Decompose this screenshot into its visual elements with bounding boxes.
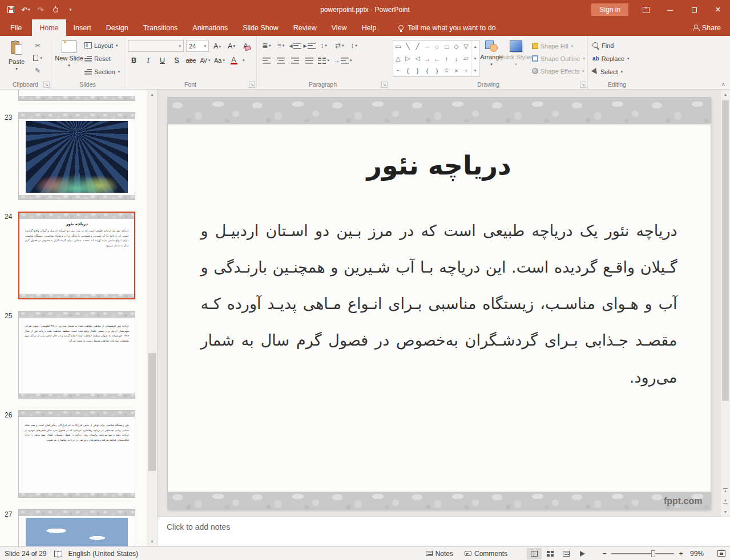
columns-button[interactable]: ▾ bbox=[317, 55, 330, 66]
align-right-button[interactable] bbox=[289, 55, 301, 66]
decrease-font-size-button[interactable]: A▾ bbox=[225, 40, 237, 52]
character-spacing-button[interactable]: AV▾ bbox=[199, 55, 211, 66]
shape-icon[interactable]: ( bbox=[422, 64, 432, 76]
underline-button[interactable]: U bbox=[156, 55, 168, 66]
close-button[interactable]: × bbox=[706, 0, 730, 19]
bullets-button[interactable]: ≣▾ bbox=[260, 40, 273, 51]
slide-scrollbar[interactable]: ▴ ▴ ▾ ▾ bbox=[720, 90, 730, 517]
zoom-slider[interactable] bbox=[611, 549, 674, 558]
tab-home[interactable]: Home bbox=[32, 19, 66, 36]
slide-thumbnail-24[interactable]: 24 دریاچه نئور دریاچه نئور یک دریاچه طبی… bbox=[0, 212, 147, 299]
font-dialog-launcher[interactable]: ↘ bbox=[249, 82, 255, 88]
line-spacing-button[interactable]: ↕▾ bbox=[317, 40, 330, 51]
shape-icon[interactable]: ─ bbox=[422, 40, 432, 52]
slide-thumbnail-22-partial[interactable] bbox=[0, 90, 147, 101]
shapes-scroll-up[interactable]: ▴ bbox=[471, 40, 479, 52]
select-button[interactable]: Select▾ bbox=[592, 66, 630, 78]
text-direction-button[interactable]: ⇄▾ bbox=[333, 40, 346, 51]
shape-icon[interactable]: ~ bbox=[393, 64, 403, 76]
text-shadow-button[interactable]: S bbox=[171, 55, 183, 66]
tab-animations[interactable]: Animations bbox=[185, 19, 235, 36]
shape-icon[interactable]: ← bbox=[432, 52, 442, 64]
drawing-dialog-launcher[interactable]: ↘ bbox=[580, 82, 586, 88]
shape-icon[interactable]: { bbox=[403, 64, 413, 76]
slide-sorter-view-button[interactable] bbox=[543, 548, 558, 559]
shape-outline-button[interactable]: Shape Outline▾ bbox=[532, 52, 585, 64]
tell-me-box[interactable]: Tell me what you want to do bbox=[398, 19, 495, 36]
convert-to-smartart-button[interactable]: →▾ bbox=[333, 55, 352, 66]
numbering-button[interactable]: ≡▾ bbox=[275, 40, 287, 51]
new-slide-button[interactable]: New Slide ▾ bbox=[55, 38, 83, 79]
thumb-scroll-down-arrow[interactable]: ▾ bbox=[147, 537, 157, 546]
minimize-button[interactable]: ─ bbox=[658, 0, 682, 19]
slide-scroll-track[interactable] bbox=[721, 99, 730, 484]
tab-help[interactable]: Help bbox=[354, 19, 384, 36]
shape-icon[interactable]: ▷ bbox=[403, 52, 413, 64]
thumb-scroll-up-arrow[interactable]: ▴ bbox=[147, 90, 157, 99]
tab-slide-show[interactable]: Slide Show bbox=[235, 19, 286, 36]
clipboard-dialog-launcher[interactable]: ↘ bbox=[43, 82, 50, 88]
shape-icon[interactable]: ▭ bbox=[393, 40, 403, 52]
justify-button[interactable] bbox=[303, 55, 316, 66]
align-center-button[interactable] bbox=[275, 55, 287, 66]
zoom-slider-thumb[interactable] bbox=[651, 550, 655, 557]
slide-thumbnail-25[interactable]: 25 دریاچه نئور کوهستانی از مناطق حفاظت ش… bbox=[0, 311, 147, 399]
slide-scroll-up-arrow[interactable]: ▴ bbox=[721, 90, 730, 99]
shape-icon[interactable]: ◁ bbox=[413, 52, 422, 64]
slide-indicator[interactable]: Slide 24 of 29 bbox=[5, 550, 46, 558]
zoom-level[interactable]: 99% bbox=[690, 550, 711, 558]
shape-icon[interactable]: △ bbox=[393, 52, 403, 64]
tab-file[interactable]: File bbox=[0, 19, 32, 36]
copy-button[interactable]: ▾ bbox=[31, 52, 45, 64]
reset-button[interactable]: Reset bbox=[84, 52, 120, 64]
current-slide[interactable]: دریاچه نئور دریاچه نئور یک دریاچه طبیعی … bbox=[168, 98, 711, 509]
tab-design[interactable]: Design bbox=[99, 19, 136, 36]
slide-title[interactable]: دریاچه نئور bbox=[168, 150, 711, 181]
tab-insert[interactable]: Insert bbox=[66, 19, 99, 36]
shapes-more-button[interactable]: ▾ bbox=[471, 64, 479, 76]
clear-formatting-button[interactable]: A bbox=[240, 40, 252, 52]
cut-button[interactable]: ✂ bbox=[31, 39, 45, 51]
shapes-scroll-down[interactable]: ▾ bbox=[471, 52, 479, 64]
slide-body-text[interactable]: دریاچه نئور یک دریاچه طبیعی است که در مر… bbox=[201, 213, 677, 396]
shape-icon[interactable]: ☆ bbox=[442, 64, 451, 76]
tab-review[interactable]: Review bbox=[286, 19, 324, 36]
language-indicator[interactable]: English (United States) bbox=[68, 550, 138, 558]
format-painter-button[interactable]: ✎ bbox=[31, 64, 45, 76]
shape-icon[interactable]: ↓ bbox=[451, 52, 461, 64]
comments-toggle-button[interactable]: Comments bbox=[465, 550, 507, 558]
slideshow-view-button[interactable] bbox=[575, 548, 590, 559]
tab-view[interactable]: View bbox=[324, 19, 354, 36]
ribbon-display-options-button[interactable]: ⌃ bbox=[634, 0, 658, 19]
layout-button[interactable]: Layout▾ bbox=[84, 39, 120, 51]
align-text-button[interactable]: ↕▾ bbox=[348, 40, 360, 51]
shape-icon[interactable]: ◇ bbox=[451, 40, 461, 52]
previous-slide-button[interactable]: ▴ bbox=[721, 484, 730, 496]
italic-button[interactable]: I bbox=[142, 55, 154, 66]
shape-icon[interactable]: → bbox=[422, 52, 432, 64]
collapse-ribbon-button[interactable]: ∧ bbox=[721, 81, 725, 87]
slide-thumbnail-27[interactable]: 27 bbox=[0, 509, 147, 546]
shape-icon[interactable]: } bbox=[413, 64, 422, 76]
font-size-combobox[interactable]: 24▾ bbox=[186, 40, 209, 52]
shape-icon[interactable]: × bbox=[451, 64, 461, 76]
slide-thumbnail-26[interactable]: 26 نئور زیستگاه مناسبی برای نوعی از ماهی… bbox=[0, 410, 147, 498]
touch-mouse-mode-button[interactable] bbox=[48, 2, 63, 18]
bold-button[interactable]: B bbox=[128, 55, 140, 66]
thumb-scroll-thumb[interactable] bbox=[148, 353, 156, 471]
undo-button[interactable]: ↶▾ bbox=[18, 2, 33, 18]
fit-slide-to-window-button[interactable] bbox=[717, 550, 725, 557]
section-button[interactable]: Section▾ bbox=[84, 66, 120, 78]
thumb-scroll-track[interactable] bbox=[147, 99, 157, 537]
strikethrough-button[interactable]: abc bbox=[185, 55, 197, 66]
shape-icon[interactable]: □ bbox=[442, 40, 451, 52]
shape-icon[interactable]: ╲ bbox=[403, 40, 413, 52]
increase-font-size-button[interactable]: A▴ bbox=[211, 40, 223, 52]
font-color-dropdown[interactable]: ▾ bbox=[243, 58, 245, 63]
font-color-button[interactable]: A bbox=[228, 55, 240, 66]
replace-button[interactable]: abReplace▾ bbox=[592, 52, 630, 64]
thumbnail-scrollbar[interactable]: ▴ ▾ bbox=[147, 90, 157, 546]
shape-icon[interactable]: ○ bbox=[432, 40, 442, 52]
shape-effects-button[interactable]: Shape Effects▾ bbox=[532, 65, 585, 77]
slide-canvas-area[interactable]: دریاچه نئور دریاچه نئور یک دریاچه طبیعی … bbox=[158, 90, 720, 517]
